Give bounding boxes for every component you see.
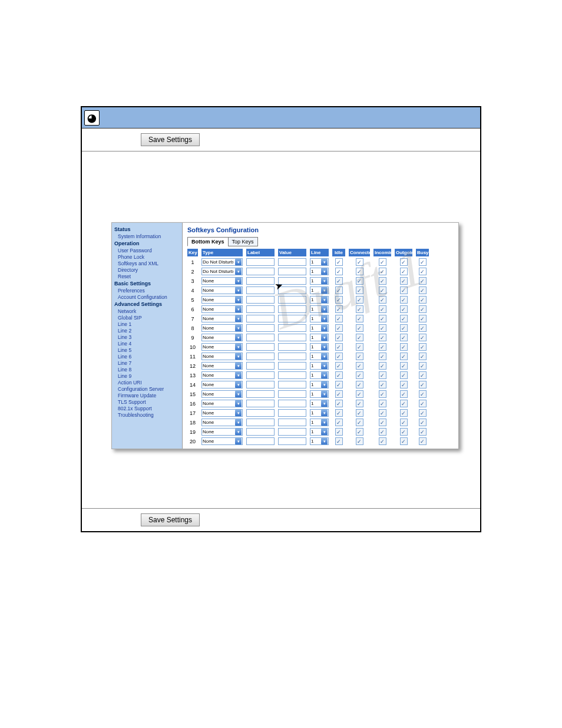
value-input[interactable] (278, 258, 306, 266)
label-input[interactable] (246, 268, 275, 275)
value-input[interactable] (278, 371, 306, 379)
sidebar-item-line4[interactable]: Line 4 (118, 341, 180, 347)
type-select[interactable]: None▾ (201, 343, 243, 351)
value-input[interactable] (278, 334, 306, 341)
sidebar-item-system-info[interactable]: System Information (118, 233, 180, 239)
sidebar-item-line9[interactable]: Line 9 (118, 373, 180, 379)
line-select[interactable]: 1▾ (310, 305, 329, 313)
label-input[interactable] (246, 437, 275, 445)
value-input[interactable] (278, 437, 306, 445)
value-input[interactable] (278, 419, 306, 426)
line-select[interactable]: 1▾ (310, 400, 329, 407)
value-input[interactable] (278, 353, 306, 360)
label-input[interactable] (246, 409, 275, 417)
sidebar-item-line7[interactable]: Line 7 (118, 360, 180, 366)
value-input[interactable] (278, 400, 306, 407)
line-select[interactable]: 1▾ (310, 371, 329, 379)
type-select[interactable]: None▾ (201, 334, 243, 341)
state-checkbox[interactable]: ✓ (379, 268, 386, 275)
sidebar-item-line8[interactable]: Line 8 (118, 367, 180, 373)
state-checkbox[interactable]: ✓ (400, 258, 408, 266)
type-select[interactable]: None▾ (201, 277, 243, 285)
state-checkbox[interactable]: ✓ (400, 268, 408, 275)
label-input[interactable] (246, 381, 275, 388)
value-input[interactable] (278, 315, 306, 322)
type-select[interactable]: Do Not Disturb▾ (201, 268, 243, 275)
value-input[interactable] (278, 268, 306, 275)
value-input[interactable] (278, 324, 306, 332)
label-input[interactable] (246, 343, 275, 351)
type-select[interactable]: None▾ (201, 286, 243, 294)
tab-top-keys[interactable]: Top Keys (228, 237, 258, 246)
label-input[interactable] (246, 286, 275, 294)
sidebar-item-directory[interactable]: Directory (118, 267, 180, 273)
type-select[interactable]: None▾ (201, 305, 243, 313)
type-select[interactable]: None▾ (201, 324, 243, 332)
type-select[interactable]: None▾ (201, 419, 243, 426)
line-select[interactable]: 1▾ (310, 277, 329, 285)
label-input[interactable] (246, 334, 275, 341)
type-select[interactable]: None▾ (201, 296, 243, 304)
sidebar-item-troubleshooting[interactable]: Troubleshooting (118, 412, 180, 418)
sidebar-item-preferences[interactable]: Preferences (118, 288, 180, 294)
value-input[interactable] (278, 428, 306, 436)
sidebar-item-tls-support[interactable]: TLS Support (118, 399, 180, 405)
type-select[interactable]: None▾ (201, 315, 243, 322)
value-input[interactable] (278, 381, 306, 388)
label-input[interactable] (246, 296, 275, 304)
type-select[interactable]: None▾ (201, 371, 243, 379)
line-select[interactable]: 1▾ (310, 334, 329, 341)
sidebar-item-firmware-update[interactable]: Firmware Update (118, 393, 180, 398)
sidebar-item-line3[interactable]: Line 3 (118, 334, 180, 340)
state-checkbox[interactable]: ✓ (335, 258, 343, 266)
line-select[interactable]: 1▾ (310, 324, 329, 332)
label-input[interactable] (246, 428, 275, 436)
value-input[interactable] (278, 296, 306, 304)
sidebar-item-line1[interactable]: Line 1 (118, 321, 180, 327)
line-select[interactable]: 1▾ (310, 362, 329, 370)
label-input[interactable] (246, 400, 275, 407)
sidebar-item-action-uri[interactable]: Action URI (118, 380, 180, 386)
line-select[interactable]: 1▾ (310, 343, 329, 351)
sidebar-item-account-config[interactable]: Account Configuration (118, 294, 180, 300)
type-select[interactable]: None▾ (201, 381, 243, 388)
label-input[interactable] (246, 315, 275, 322)
sidebar-item-8021x[interactable]: 802.1x Support (118, 406, 180, 411)
line-select[interactable]: 1▾ (310, 437, 329, 445)
sidebar-item-user-password[interactable]: User Password (118, 248, 180, 253)
line-select[interactable]: 1▾ (310, 390, 329, 398)
label-input[interactable] (246, 305, 275, 313)
sidebar-item-line2[interactable]: Line 2 (118, 328, 180, 334)
line-select[interactable]: 1▾ (310, 419, 329, 426)
line-select[interactable]: 1▾ (310, 381, 329, 388)
line-select[interactable]: 1▾ (310, 428, 329, 436)
type-select[interactable]: None▾ (201, 353, 243, 360)
line-select[interactable]: 1▾ (310, 258, 329, 266)
label-input[interactable] (246, 362, 275, 370)
label-input[interactable] (246, 258, 275, 266)
line-select[interactable]: 1▾ (310, 268, 329, 275)
line-select[interactable]: 1▾ (310, 286, 329, 294)
label-input[interactable] (246, 324, 275, 332)
type-select[interactable]: None▾ (201, 400, 243, 407)
type-select[interactable]: None▾ (201, 437, 243, 445)
sidebar-item-network[interactable]: Network (118, 308, 180, 314)
save-button[interactable]: Save Settings (141, 133, 200, 146)
state-checkbox[interactable]: ✓ (356, 268, 363, 275)
sidebar-item-line5[interactable]: Line 5 (118, 347, 180, 353)
value-input[interactable] (278, 409, 306, 417)
label-input[interactable] (246, 371, 275, 379)
label-input[interactable] (246, 277, 275, 285)
state-checkbox[interactable]: ✓ (419, 268, 427, 275)
value-input[interactable] (278, 390, 306, 398)
sidebar-item-global-sip[interactable]: Global SIP (118, 315, 180, 321)
tab-bottom-keys[interactable]: Bottom Keys (187, 237, 229, 246)
label-input[interactable] (246, 419, 275, 426)
line-select[interactable]: 1▾ (310, 315, 329, 322)
save-button-bottom[interactable]: Save Settings (141, 513, 200, 526)
sidebar-item-reset[interactable]: Reset (118, 274, 180, 279)
sidebar-item-phone-lock[interactable]: Phone Lock (118, 254, 180, 260)
value-input[interactable] (278, 362, 306, 370)
sidebar-item-softkeys-xml[interactable]: Softkeys and XML (118, 261, 180, 266)
type-select[interactable]: Do Not Disturb▾ (201, 258, 243, 266)
